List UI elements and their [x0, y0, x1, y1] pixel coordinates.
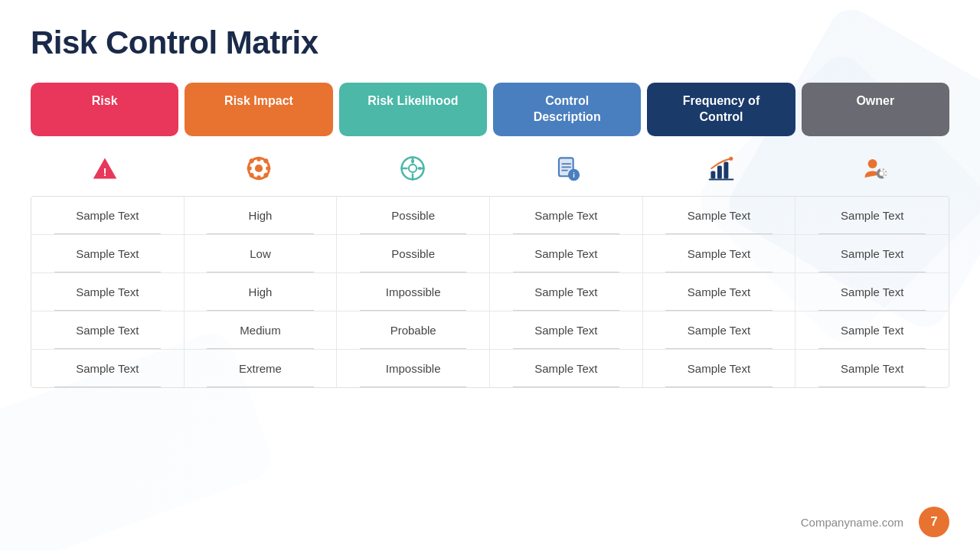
table-cell: Sample Text [31, 350, 185, 387]
table-cell: Sample Text [490, 350, 643, 387]
icon-risk: ! [31, 152, 178, 185]
header-risk: Risk [31, 83, 178, 136]
table-cell: Sample Text [643, 235, 796, 272]
svg-rect-27 [710, 171, 715, 178]
table-cell: Sample Text [795, 350, 949, 387]
table-cell: Low [185, 235, 338, 272]
table-cell: Sample Text [795, 235, 949, 272]
data-table: Sample TextHighPossibleSample TextSample… [31, 196, 949, 388]
header-frequency: Frequency ofControl [647, 83, 795, 136]
page-title: Risk Control Matrix [31, 24, 949, 61]
svg-point-18 [411, 159, 414, 162]
table-cell: Extreme [185, 350, 338, 387]
table-cell: Sample Text [490, 235, 643, 272]
table-row: Sample TextExtremeImpossibleSample TextS… [31, 350, 949, 387]
svg-point-31 [729, 156, 733, 160]
warning-icon: ! [92, 155, 118, 181]
svg-rect-29 [724, 161, 728, 178]
table-cell: Sample Text [643, 311, 796, 349]
svg-rect-35 [880, 168, 883, 171]
table-cell: Sample Text [490, 273, 643, 311]
gear-icon [246, 155, 272, 181]
table-row: Sample TextHighPossibleSample TextSample… [31, 197, 949, 235]
table-cell: Sample Text [795, 273, 949, 311]
svg-text:i: i [573, 171, 575, 178]
table-row: Sample TextMediumProbableSample TextSamp… [31, 311, 949, 350]
table-cell: Sample Text [31, 273, 185, 311]
document-icon: i [554, 155, 580, 181]
company-name: Companyname.com [801, 516, 903, 529]
svg-text:!: ! [103, 165, 106, 178]
svg-rect-7 [266, 166, 270, 170]
svg-rect-6 [247, 166, 252, 170]
table-cell: Possible [337, 197, 490, 234]
icon-frequency [647, 152, 795, 185]
icon-likelihood [339, 152, 487, 185]
svg-point-13 [409, 164, 416, 171]
header-description: ControlDescription [493, 83, 641, 136]
chart-icon [708, 155, 734, 181]
header-owner: Owner [802, 83, 949, 136]
table-cell: Sample Text [31, 235, 185, 272]
table-cell: Sample Text [643, 197, 796, 234]
person-gear-icon [862, 155, 888, 181]
table-cell: Possible [337, 235, 490, 272]
table-cell: Impossible [337, 273, 490, 311]
table-cell: High [185, 273, 338, 311]
table-cell: High [185, 197, 338, 234]
table-cell: Sample Text [643, 350, 796, 387]
svg-point-19 [419, 166, 422, 169]
svg-rect-28 [717, 165, 722, 178]
svg-point-34 [880, 171, 884, 175]
svg-point-3 [255, 164, 263, 171]
table-row: Sample TextLowPossibleSample TextSample … [31, 235, 949, 273]
svg-rect-37 [884, 172, 887, 174]
svg-rect-4 [256, 156, 260, 161]
icons-row: ! [31, 147, 949, 190]
page-footer: Companyname.com 7 [0, 507, 980, 537]
process-icon [400, 155, 426, 181]
page-number: 7 [919, 507, 949, 537]
matrix-header: Risk Risk Impact Risk Likelihood Control… [31, 83, 949, 136]
table-cell: Sample Text [490, 311, 643, 349]
svg-point-32 [868, 159, 877, 168]
icon-impact [185, 152, 332, 185]
table-cell: Probable [337, 311, 490, 349]
icon-owner [802, 152, 949, 185]
table-cell: Medium [185, 311, 338, 349]
table-cell: Sample Text [490, 197, 643, 234]
table-cell: Sample Text [31, 311, 185, 349]
table-row: Sample TextHighImpossibleSample TextSamp… [31, 273, 949, 311]
table-cell: Sample Text [31, 197, 185, 234]
table-cell: Sample Text [795, 197, 949, 234]
header-impact: Risk Impact [185, 83, 332, 136]
table-cell: Sample Text [643, 273, 796, 311]
header-likelihood: Risk Likelihood [339, 83, 487, 136]
icon-description: i [493, 152, 641, 185]
table-cell: Impossible [337, 350, 490, 387]
svg-rect-5 [256, 175, 260, 180]
table-cell: Sample Text [795, 311, 949, 349]
